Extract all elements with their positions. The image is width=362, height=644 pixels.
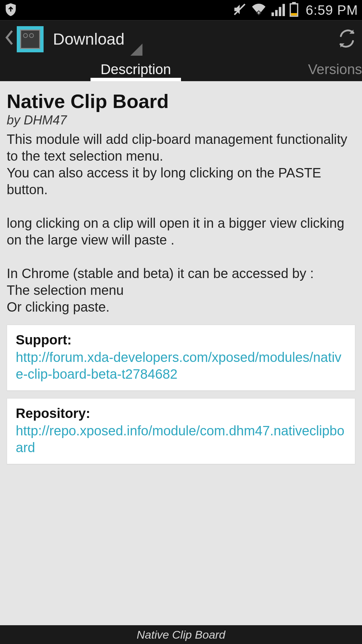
tab-description[interactable]: Description: [87, 58, 184, 81]
tab-label: Description: [101, 61, 171, 77]
module-author: by DHM47: [7, 113, 355, 127]
support-card: Support: http://forum.xda-developers.com…: [7, 325, 355, 391]
signal-icon: [271, 3, 286, 17]
battery-icon: [290, 2, 298, 18]
support-link[interactable]: http://forum.xda-developers.com/xposed/m…: [16, 349, 346, 382]
tab-versions[interactable]: Versions: [295, 58, 362, 81]
tabs: Description Versions: [0, 58, 362, 81]
status-time: 6:59 PM: [306, 3, 358, 18]
action-bar-title[interactable]: Download: [53, 30, 124, 48]
status-right: 6:59 PM: [233, 2, 358, 18]
back-icon[interactable]: [5, 30, 13, 49]
shield-icon: [4, 2, 17, 18]
svg-rect-7: [291, 13, 297, 15]
status-bar: 6:59 PM: [0, 0, 362, 20]
tab-label: Versions: [308, 61, 362, 77]
content-area: Native Clip Board by DHM47 This module w…: [0, 81, 362, 625]
footer-bar: Native Clip Board: [0, 625, 362, 644]
svg-rect-2: [275, 10, 278, 16]
wifi-icon: [251, 3, 267, 17]
module-title: Native Clip Board: [7, 90, 355, 112]
refresh-button[interactable]: [337, 29, 357, 50]
module-description: This module will add clip-board manageme…: [7, 131, 355, 315]
action-bar: Download: [0, 20, 362, 58]
xposed-icon[interactable]: [17, 26, 44, 52]
footer-title: Native Clip Board: [137, 628, 226, 641]
status-left: [4, 2, 17, 18]
svg-rect-3: [279, 7, 281, 16]
repository-card: Repository: http://repo.xposed.info/modu…: [7, 398, 355, 464]
repository-label: Repository:: [16, 406, 346, 421]
svg-rect-4: [283, 4, 285, 16]
support-label: Support:: [16, 332, 346, 347]
mute-icon: [233, 2, 247, 18]
repository-link[interactable]: http://repo.xposed.info/module/com.dhm47…: [16, 422, 346, 456]
svg-rect-1: [272, 12, 274, 16]
dropdown-indicator-icon[interactable]: [130, 44, 142, 56]
